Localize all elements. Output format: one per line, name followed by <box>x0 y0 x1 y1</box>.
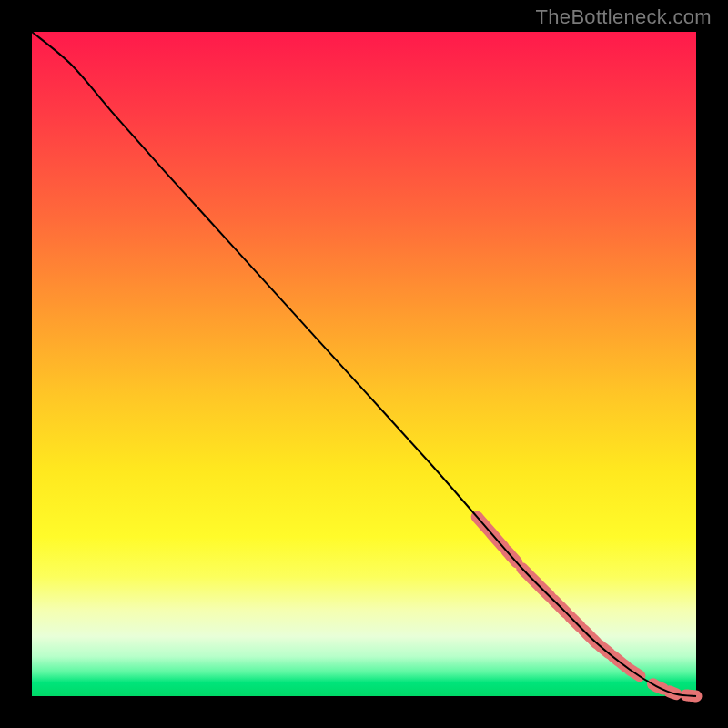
watermark-text: TheBottleneck.com <box>536 5 712 29</box>
curve-svg <box>32 32 696 696</box>
bottleneck-curve-line <box>32 32 696 696</box>
plot-area <box>32 32 696 696</box>
chart-frame: TheBottleneck.com <box>0 0 728 728</box>
